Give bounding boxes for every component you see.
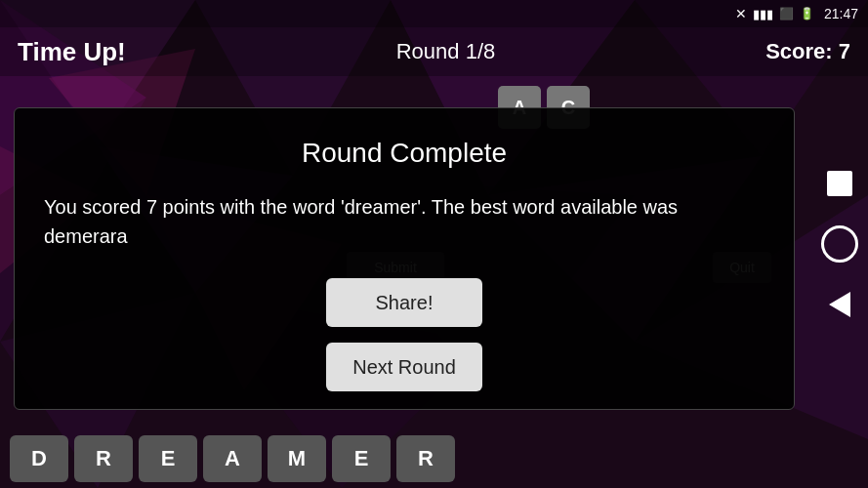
tile-r[interactable]: R [74, 435, 133, 482]
signal-icon: ▮▮▮ [753, 7, 773, 21]
white-square-button[interactable] [827, 171, 852, 196]
status-icons: ✕ ▮▮▮ ⬛ 🔋 21:47 [735, 6, 858, 21]
tile-e2[interactable]: E [332, 435, 391, 482]
tile-m[interactable]: M [268, 435, 326, 482]
right-edge-controls [821, 171, 858, 317]
time-up-label: Time Up! [18, 37, 126, 67]
modal-title: Round Complete [302, 138, 507, 169]
cellular-icon: ⬛ [779, 7, 794, 20]
bluetooth-icon: ✕ [735, 6, 747, 21]
tile-r2[interactable]: R [396, 435, 455, 482]
battery-icon: 🔋 [800, 7, 814, 20]
tile-d[interactable]: D [10, 435, 68, 482]
modal-buttons: Share! Next Round [44, 278, 765, 391]
modal-body: You scored 7 points with the word 'dream… [44, 192, 765, 251]
status-time: 21:47 [824, 6, 858, 21]
header-bar: Time Up! Round 1/8 Score: 7 [0, 27, 868, 76]
back-button[interactable] [829, 292, 850, 317]
share-button[interactable]: Share! [326, 278, 482, 327]
round-info-label: Round 1/8 [396, 39, 496, 64]
next-round-button[interactable]: Next Round [326, 343, 482, 391]
score-label: Score: 7 [765, 39, 850, 64]
status-bar: ✕ ▮▮▮ ⬛ 🔋 21:47 [0, 0, 868, 27]
bottom-tiles: D R E A M E R [0, 429, 801, 488]
tile-a[interactable]: A [203, 435, 262, 482]
tile-e[interactable]: E [139, 435, 197, 482]
modal-overlay: Round Complete You scored 7 points with … [14, 107, 795, 410]
circle-button[interactable] [821, 225, 858, 263]
